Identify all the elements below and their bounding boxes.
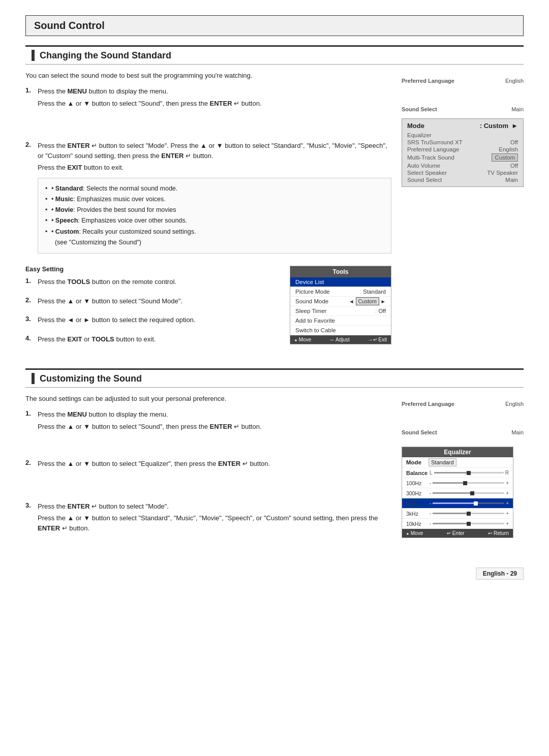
easy-step-2: 2. Press the ▲ or ▼ button to select "So… [25, 296, 280, 308]
menu-item-label: Sound Mode [295, 298, 347, 304]
menu-item-label: Switch to Cable [295, 327, 386, 333]
eq-1khz-label: 1kHz [406, 500, 426, 507]
pref-lang-s2-value: English [505, 401, 524, 407]
srs-value: Off [510, 139, 518, 145]
eq-100hz-label: 100Hz [406, 480, 426, 486]
sound-select-label: Sound Select [402, 106, 437, 112]
step-2-1: 1. Press the MENU button to display the … [25, 410, 391, 433]
step-num: 3. [25, 501, 34, 536]
eq-10khz-label: 10kHz [406, 521, 426, 527]
eq-3khz-slider: - + [430, 511, 509, 516]
menu-item-sleep-timer[interactable]: Sleep Timer : Off [290, 306, 391, 316]
step-line: Press the MENU button to display the men… [38, 410, 391, 420]
equalizer-panel: Equalizer Mode Standard Balance L [402, 447, 513, 538]
bullet-box: • Standard: Selects the normal sound mod… [38, 178, 391, 254]
eq-balance-row: Balance L R [402, 468, 513, 478]
multitrack-value: Custom [492, 153, 518, 162]
step-num: 4. [25, 334, 34, 346]
pref-lang-value: English [505, 78, 524, 84]
eq-mode-dropdown[interactable]: Standard [429, 458, 456, 466]
section2-title: Customizing the Sound [25, 368, 524, 388]
step-num: 1. [25, 410, 34, 433]
menu-item-value: Standard [363, 289, 386, 295]
menu-item-switch-cable[interactable]: Switch to Cable [290, 326, 391, 335]
eq-300hz-slider: - + [430, 490, 509, 496]
sound-select-s2-row: Sound Select Main [402, 428, 524, 436]
pref-lang-s2-row: Preferred Language English [402, 400, 524, 408]
eq-mode-row: Mode Standard [402, 457, 513, 468]
eq-10khz-row: 10kHz - + [402, 519, 513, 529]
pref-lang-label: Preferred Language [402, 78, 454, 84]
equalizer-label: Equalizer [407, 132, 432, 138]
step-num: 3. [25, 315, 34, 327]
menu-item-add-favorite[interactable]: Add to Favorite [290, 316, 391, 326]
step-line: Press the ENTER ↵ button to select "Mode… [38, 501, 391, 512]
menu-item-value: ◄ Custom ► [349, 298, 386, 304]
step-line: Press the ▲ or ▼ button to select "Sound… [38, 422, 391, 432]
tools-menu-title: Tools [290, 266, 391, 277]
multitrack-label: Multi-Track Sound [407, 154, 454, 161]
step-content: Press the MENU button to display the men… [38, 86, 391, 110]
step-num: 2. [25, 141, 34, 259]
sel-speaker-label: Select Speaker [407, 170, 447, 176]
menu-item-picture-mode[interactable]: Picture Mode : Standard [290, 287, 391, 297]
auto-vol-value: Off [510, 163, 518, 169]
sound-sel2-label: Sound Select [407, 177, 442, 183]
easy-step-4: 4. Press the EXIT or TOOLS button to exi… [25, 334, 280, 346]
mode-label: Mode [407, 122, 424, 130]
pref-lang2-value: English [499, 146, 518, 152]
eq-1khz-row: 1kHz - + [402, 498, 513, 509]
srs-label: SRS TruSurround XT [407, 139, 463, 145]
menu-item-device-list[interactable]: Device List [290, 277, 391, 287]
menu-item-sound-mode[interactable]: Sound Mode ◄ Custom ► [290, 297, 391, 306]
eq-3khz-label: 3kHz [406, 511, 426, 517]
step-line: Press the EXIT button to exit. [38, 163, 391, 173]
eq-mode-label: Mode [406, 459, 426, 465]
sound-select-s2-label: Sound Select [402, 429, 437, 435]
menu-item-label: Device List [295, 279, 386, 285]
bullet-item: • Speech: Emphasizes voice over other so… [45, 215, 384, 226]
sound-sel2-value: Main [505, 177, 518, 183]
eq-footer-enter: ↵ Enter [447, 530, 465, 536]
eq-slider [434, 472, 504, 474]
step-line: Press the ◄ or ► button to select the re… [38, 315, 280, 325]
sidebar1: Preferred Language English Sound Select … [402, 72, 524, 353]
step-line: Press the ▲ or ▼ button to select "Equal… [38, 459, 391, 469]
sound-select-row: Sound Select Main [402, 105, 524, 113]
mode-value: : Custom ► [480, 122, 518, 130]
footer-exit: →↵ Exit [368, 337, 387, 342]
bullet-item: • Movie: Provides the best sound for mov… [45, 205, 384, 215]
easy-step-1: 1. Press the TOOLS button on the remote … [25, 277, 280, 289]
eq-100hz-slider: - + [430, 480, 509, 486]
eq-panel-title: Equalizer [402, 447, 513, 457]
sound-select-value: Main [511, 106, 524, 112]
settings-panel-s2-mid: Sound Select Main [402, 428, 524, 436]
step-num: 1. [25, 86, 34, 110]
menu-item-value: Off [379, 308, 386, 314]
eq-footer-move: ⬥ Move [406, 530, 423, 536]
easy-setting-title: Easy Setting [25, 266, 280, 273]
eq-1khz-slider: - + [430, 500, 509, 506]
sel-speaker-value: TV Speaker [487, 170, 518, 176]
step-2-2: 2. Press the ▲ or ▼ button to select "Eq… [25, 459, 391, 471]
settings-panel-s2-top: Preferred Language English [402, 400, 524, 408]
step-1-1: 1. Press the MENU button to display the … [25, 86, 391, 110]
footer-adjust: ↔ Adjust [329, 337, 350, 342]
easy-setting-content: Easy Setting 1. Press the TOOLS button o… [25, 266, 280, 353]
step-2-3: 3. Press the ENTER ↵ button to select "M… [25, 501, 391, 536]
step-1-2: 2. Press the ENTER ↵ button to select "M… [25, 141, 391, 259]
section2-content: The sound settings can be adjusted to su… [25, 395, 391, 542]
tools-menu: Tools Device List Picture Mode : Standar… [290, 266, 391, 344]
tools-menu-panel: Tools Device List Picture Mode : Standar… [290, 266, 391, 353]
section1-intro: You can select the sound mode to best su… [25, 72, 391, 79]
eq-balance-label: Balance [406, 470, 426, 476]
sidebar2: Preferred Language English Sound Select … [402, 395, 524, 542]
settings-panel-top: Preferred Language English [402, 77, 524, 85]
eq-3khz-row: 3kHz - + [402, 509, 513, 519]
menu-footer: ⬥ Move ↔ Adjust →↵ Exit [290, 335, 391, 344]
eq-100hz-row: 100Hz - + [402, 478, 513, 488]
pref-lang-row: Preferred Language English [402, 77, 524, 85]
section-changing-sound: Changing the Sound Standard You can sele… [25, 45, 524, 353]
bullet-item: • Custom: Recalls your customized sound … [45, 227, 384, 248]
eq-300hz-row: 300Hz - + [402, 488, 513, 498]
